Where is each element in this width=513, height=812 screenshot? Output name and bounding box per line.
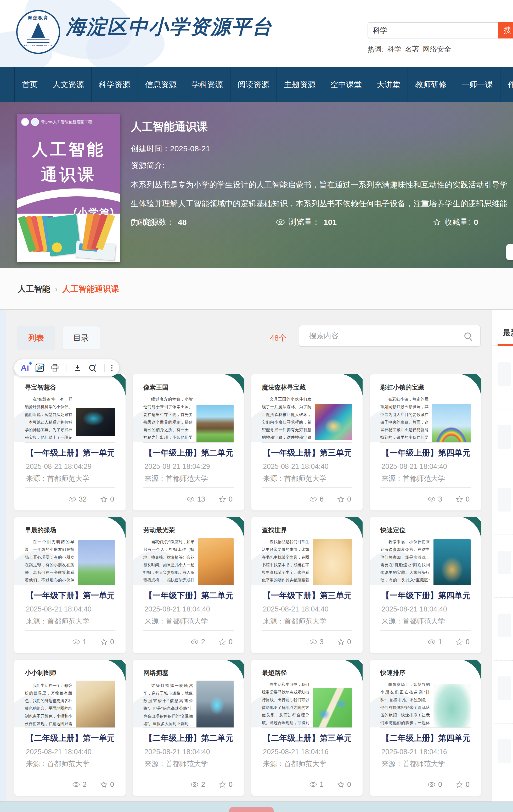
course-title: 人工智能通识课 [131, 119, 208, 134]
hotword-link-2[interactable]: 网络安全 [423, 45, 451, 53]
nav-item-4[interactable]: 学科资源 [184, 67, 230, 102]
sidebar-latest-item[interactable] [494, 347, 513, 409]
resource-card-7[interactable]: 查找世界 查找物品是我们日常生活中经常要做的事情，比如在书包中找某个文具，在图书… [251, 517, 363, 653]
card-title[interactable]: 【二年级上册】第四单元 熟… [382, 733, 470, 744]
nav-item-11[interactable]: 作业 [500, 67, 513, 102]
eye-icon [68, 497, 76, 502]
resource-card-6[interactable]: 劳动最光荣 当我们打扫教室时，如果只有一个人，打扫工作（扫地、擦桌椅、摆桌椅等）… [133, 517, 244, 653]
favorite-count[interactable]: 0 [456, 781, 470, 789]
card-title[interactable]: 【二年级上册】第一单元 制… [26, 733, 114, 744]
nav-item-8[interactable]: 大讲堂 [369, 67, 408, 102]
favorite-count[interactable]: 0 [100, 495, 114, 503]
resource-card-2[interactable]: 像素王国 经过魔方的考验，小智他们终于来到了像素王国。要在这里生存下去，首先要熟… [133, 374, 244, 511]
course-cover-image[interactable]: 青少年人工智能创新启蒙工程 人工智能 通识课 (小学篇) [17, 114, 120, 262]
star-icon [337, 781, 344, 788]
tab-catalog[interactable]: 目录 [62, 326, 100, 350]
preview-text: 红绿灯指挥一辆辆汽车，穿行于城市道路，就像数据穿梭于“信息高速公路”。但是“信息… [143, 682, 193, 728]
header-search-input[interactable] [367, 22, 499, 38]
sidebar-latest-item[interactable] [494, 724, 513, 786]
favorite-count[interactable]: 0 [219, 781, 233, 789]
nav-item-7[interactable]: 空中课堂 [323, 67, 369, 102]
search-icon[interactable] [463, 331, 474, 342]
sidebar-latest-item[interactable] [494, 535, 513, 598]
card-footer: 2 0 [133, 631, 244, 653]
card-title[interactable]: 【一年级下册】第二单元 争… [144, 590, 233, 601]
nav-item-9[interactable]: 教师研修 [408, 67, 454, 102]
card-title[interactable]: 【一年级上册】第三单元 魔… [263, 447, 351, 458]
tab-list[interactable]: 列表 [17, 326, 55, 350]
nav-item-10[interactable]: 一师一课 [454, 67, 500, 102]
more-menu-icon[interactable] [111, 365, 113, 371]
preview-title: 最短路径 [262, 669, 352, 677]
resource-card-5[interactable]: 早晨的操场 在一个阳光明媚的早晨，一年级的小朋友们在操场上开心玩耍：有的小朋友在… [14, 517, 126, 653]
seal-text: 海淀教育 [18, 15, 59, 21]
card-title[interactable]: 【一年级上册】第一单元 寻… [26, 447, 114, 458]
nav-item-6[interactable]: 主题资源 [276, 67, 323, 102]
nav-item-0[interactable]: 首页 [14, 67, 45, 102]
resource-card-1[interactable]: 寻宝智慧谷 在“智慧谷”中，有一群酷爱计算机科学的小伙伴。他们听说：智慧谷深处藏… [14, 374, 126, 511]
card-footer: 1 0 [14, 631, 126, 653]
eye-icon [309, 497, 317, 502]
card-title[interactable]: 【一年级上册】第二单元 像… [144, 447, 233, 458]
nav-item-3[interactable]: 信息资源 [138, 67, 184, 102]
cover-logo-icon [31, 118, 39, 126]
card-title[interactable]: 【二年级上册】第二单元 合… [144, 733, 233, 744]
edge-collapsed-button[interactable] [506, 244, 513, 260]
eye-icon [187, 497, 194, 502]
card-title[interactable]: 【一年级下册】第四单元 战… [382, 590, 470, 601]
star-icon [456, 781, 463, 788]
resource-card-3[interactable]: 魔法森林寻宝藏 文具王国的小伙伴们发现了一片魔法森林。为了防止魔法森林被巨魔人破… [251, 374, 363, 511]
card-date: 2025-08-21 18:04:40 [382, 463, 470, 471]
favorite-count[interactable]: 0 [337, 495, 351, 503]
nav-item-5[interactable]: 阅读资源 [230, 67, 276, 102]
stat-favorite-count[interactable]: 收藏量:0 [433, 217, 478, 228]
resource-card-10[interactable]: 网络拥塞 红绿灯指挥一辆辆汽车，穿行于城市道路，就像数据穿梭于“信息高速公路”。… [133, 660, 244, 796]
resource-card-11[interactable]: 最短路径 在生活和学习中，我们经常需要寻找地点或规划出行路线。出行前，我们可以借… [251, 660, 363, 796]
resource-card-8[interactable]: 快速定位 暑假来临，小伙伴们来到海边参加夏令营。在这里他们将参加一场寻宝游戏，需… [370, 517, 481, 653]
sidebar-latest-item[interactable] [494, 409, 513, 472]
preview-image [433, 539, 471, 585]
breadcrumb-parent[interactable]: 人工智能 [18, 284, 50, 294]
sidebar-latest-item[interactable] [494, 661, 513, 724]
sidebar-latest-item[interactable] [494, 598, 513, 661]
preview-text: 在生活和学习中，我们经常需要寻找地点或规划出行路线。出行前，我们可以借助地图了解… [262, 680, 309, 727]
favorite-count[interactable]: 0 [456, 495, 470, 503]
resource-card-12[interactable]: 快速排序 想象赛场上，智慧谷的小朋友们正在按身高“排队”，热闹非凡。不过别急，他… [370, 660, 481, 796]
resource-card-9[interactable]: 小小制图师 我们生活在一个五彩缤纷的世界里，万物都有颜色，我们的身边也充满各种颜… [14, 660, 126, 796]
card-preview: 寻宝智慧谷 在“智慧谷”中，有一群酷爱计算机科学的小伙伴。他们听说：智慧谷深处藏… [14, 374, 126, 442]
card-title[interactable]: 【一年级下册】第一单元 我… [26, 590, 114, 601]
view-count: 3 [309, 638, 324, 646]
nav-item-2[interactable]: 科学资源 [91, 67, 138, 102]
card-title[interactable]: 【一年级上册】第四单元 压… [382, 447, 470, 458]
card-footer: 13 0 [133, 488, 244, 511]
resource-card-4[interactable]: 彩虹小镇的宝藏 在彩虹小镇，每家的屋顶如同彩虹般五彩斑斓，其中最为引人注目的要数… [370, 374, 481, 511]
sidebar-latest-item[interactable] [494, 472, 513, 535]
nav-item-1[interactable]: 人文资源 [45, 67, 91, 102]
view-count: 0 [428, 781, 442, 789]
hotword-link-1[interactable]: 名著 [405, 45, 419, 53]
header-search-button[interactable]: 搜 [499, 22, 513, 38]
footer-peek-button[interactable] [229, 807, 274, 812]
card-title[interactable]: 【二年级上册】第三单元 寻… [263, 733, 351, 744]
sidebar-tab-latest[interactable]: 最新 [503, 327, 513, 338]
print-icon[interactable] [51, 363, 59, 372]
eye-icon [428, 639, 435, 644]
favorite-count[interactable]: 0 [219, 638, 233, 646]
no-translate-icon[interactable]: 印 [36, 364, 44, 372]
ai-assistant-icon[interactable]: Ai [21, 364, 29, 372]
favorite-count[interactable]: 0 [100, 638, 114, 646]
card-title[interactable]: 【一年级下册】第三单元 搜… [263, 590, 351, 601]
card-footer: 0 0 [370, 773, 481, 796]
favorite-count[interactable]: 0 [337, 781, 351, 789]
view-count: 6 [309, 495, 324, 503]
favorite-count[interactable]: 0 [219, 495, 233, 503]
download-icon[interactable] [73, 364, 82, 372]
favorite-count[interactable]: 0 [337, 638, 351, 646]
content-search-input[interactable] [299, 325, 481, 347]
ai-search-icon[interactable] [88, 363, 97, 373]
preview-text: 查找物品是我们日常生活中经常要做的事情，比如在书包中找某个文具，在图书馆中找某本… [262, 538, 309, 585]
favorite-count[interactable]: 0 [456, 638, 470, 646]
hotword-link-0[interactable]: 科学 [387, 45, 401, 53]
preview-title: 寻宝智慧谷 [25, 383, 115, 392]
favorite-count[interactable]: 0 [100, 781, 114, 789]
